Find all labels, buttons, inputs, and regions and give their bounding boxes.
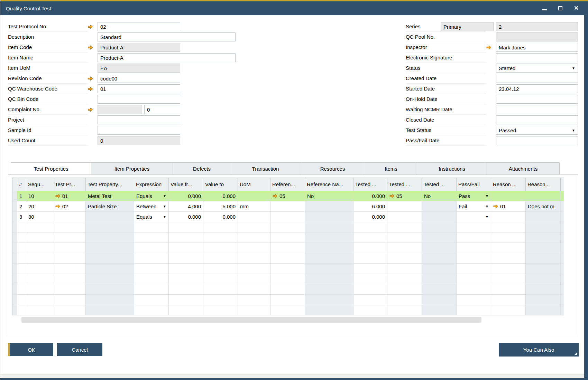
grid-cell[interactable]: [270, 253, 305, 264]
waiting-ncmr-date-field[interactable]: [496, 105, 578, 114]
row-selector[interactable]: [12, 212, 17, 222]
grid-cell[interactable]: [561, 305, 564, 315]
grid-cell[interactable]: [491, 253, 526, 264]
grid-cell[interactable]: [86, 264, 134, 274]
grid-cell[interactable]: [169, 243, 203, 253]
started-date-field[interactable]: 23.04.12: [496, 84, 578, 93]
grid-cell[interactable]: [526, 305, 561, 315]
grid-cell[interactable]: [526, 232, 561, 243]
grid-cell[interactable]: 0.000: [353, 212, 387, 222]
grid-cell[interactable]: [387, 243, 422, 253]
grid-cell[interactable]: [169, 295, 203, 305]
link-arrow-icon[interactable]: [55, 204, 61, 209]
grid-cell[interactable]: [457, 232, 491, 243]
grid-cell[interactable]: 10: [26, 191, 53, 201]
grid-cell[interactable]: 01: [491, 201, 526, 212]
grid-cell[interactable]: [457, 222, 491, 232]
grid-cell[interactable]: [53, 243, 86, 253]
row-selector[interactable]: [12, 284, 17, 295]
closed-date-field[interactable]: [496, 115, 578, 124]
grid-cell[interactable]: [561, 243, 564, 253]
row-selector[interactable]: [12, 264, 17, 274]
grid-cell[interactable]: [457, 253, 491, 264]
grid-cell[interactable]: [422, 243, 457, 253]
grid-cell[interactable]: [353, 305, 387, 315]
grid-cell[interactable]: [305, 232, 353, 243]
row-selector[interactable]: [12, 201, 17, 212]
grid-cell[interactable]: [203, 243, 238, 253]
grid-cell[interactable]: [270, 243, 305, 253]
link-arrow-icon[interactable]: [88, 87, 93, 91]
link-arrow-icon[interactable]: [55, 194, 61, 198]
grid-cell[interactable]: [561, 201, 564, 212]
grid-cell[interactable]: [53, 264, 86, 274]
minimize-button[interactable]: [542, 6, 547, 11]
grid-cell[interactable]: [26, 274, 53, 284]
grid-cell[interactable]: [169, 253, 203, 264]
grid-cell[interactable]: 0.000: [169, 191, 203, 201]
grid-cell[interactable]: [422, 284, 457, 295]
grid-cell[interactable]: [238, 264, 270, 274]
grid-cell[interactable]: [134, 295, 169, 305]
grid-cell[interactable]: [53, 212, 86, 222]
grid-cell[interactable]: [353, 253, 387, 264]
grid-cell[interactable]: [561, 222, 564, 232]
link-arrow-icon[interactable]: [389, 194, 395, 198]
grid-cell[interactable]: [238, 191, 270, 201]
grid-cell[interactable]: [561, 295, 564, 305]
grid-cell[interactable]: [422, 232, 457, 243]
link-arrow-icon[interactable]: [88, 25, 93, 29]
grid-cell[interactable]: [26, 232, 53, 243]
test-status-field[interactable]: Passed▼: [496, 126, 578, 135]
grid-cell[interactable]: [491, 284, 526, 295]
grid-cell[interactable]: [203, 295, 238, 305]
grid-cell[interactable]: [305, 274, 353, 284]
ok-button[interactable]: OK: [8, 343, 53, 356]
grid-cell[interactable]: [270, 264, 305, 274]
test-protocol-no-field[interactable]: 02: [98, 22, 180, 31]
tab-items[interactable]: Items: [365, 162, 417, 175]
grid-cell[interactable]: [526, 253, 561, 264]
grid-cell[interactable]: Between▼: [134, 201, 169, 212]
grid-cell[interactable]: [26, 295, 53, 305]
row-selector[interactable]: [12, 274, 17, 284]
grid-cell[interactable]: [134, 243, 169, 253]
grid-cell[interactable]: [86, 305, 134, 315]
grid-cell[interactable]: 4.000: [169, 201, 203, 212]
grid-cell[interactable]: [53, 295, 86, 305]
revision-code-field[interactable]: code00: [98, 74, 180, 83]
grid-cell[interactable]: [387, 274, 422, 284]
close-button[interactable]: ✕: [573, 6, 579, 11]
grid-cell[interactable]: [305, 253, 353, 264]
link-arrow-icon[interactable]: [88, 107, 93, 112]
grid-cell[interactable]: Equals▼: [134, 191, 169, 201]
grid-cell[interactable]: Pass▼: [457, 191, 491, 201]
grid-cell[interactable]: [353, 264, 387, 274]
grid-cell[interactable]: No: [305, 191, 353, 201]
you-can-also-button[interactable]: You Can Also: [499, 343, 579, 357]
grid-cell[interactable]: mm: [238, 201, 270, 212]
grid-cell[interactable]: [387, 253, 422, 264]
grid-cell[interactable]: [387, 201, 422, 212]
grid-cell[interactable]: [134, 232, 169, 243]
grid-cell[interactable]: [353, 274, 387, 284]
grid-cell[interactable]: ▼: [457, 212, 491, 222]
grid-cell[interactable]: 02: [53, 201, 86, 212]
grid-cell[interactable]: [561, 284, 564, 295]
grid-cell[interactable]: [457, 295, 491, 305]
grid-cell[interactable]: [491, 274, 526, 284]
row-selector[interactable]: [12, 243, 17, 253]
grid-cell[interactable]: [491, 212, 526, 222]
inspector-field[interactable]: Mark Jones: [496, 43, 578, 52]
electronic-signature-field[interactable]: [496, 53, 578, 62]
item-name-field[interactable]: Product-A: [98, 53, 236, 62]
grid-cell[interactable]: No: [422, 191, 457, 201]
grid-cell[interactable]: [305, 295, 353, 305]
grid-cell[interactable]: [203, 284, 238, 295]
grid-cell[interactable]: [387, 295, 422, 305]
grid-cell[interactable]: [270, 284, 305, 295]
grid-cell[interactable]: [203, 222, 238, 232]
grid-cell[interactable]: Does not m: [526, 201, 561, 212]
grid-cell[interactable]: [238, 305, 270, 315]
grid-cell[interactable]: [526, 274, 561, 284]
